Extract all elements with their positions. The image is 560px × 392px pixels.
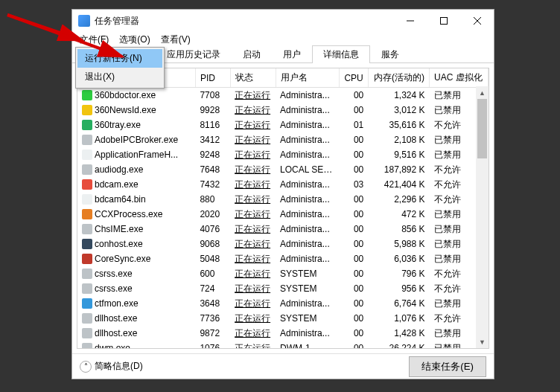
process-pid: 3412 [195,132,230,147]
process-status: 正在运行 [235,298,270,309]
process-name: AdobeIPCBroker.exe [95,135,178,145]
scrollbar-thumb[interactable] [477,99,487,158]
process-user: Administra... [276,251,339,266]
table-row[interactable]: conhost.exe9068正在运行Administra...005,988 … [77,237,489,251]
process-user: DWM-1 [276,341,339,348]
process-icon [82,298,92,309]
process-cpu: 03 [339,177,368,192]
table-row[interactable]: ApplicationFrameH...9248正在运行Administra..… [77,147,489,162]
process-name: conhost.exe [95,239,143,249]
process-status: 正在运行 [235,135,270,145]
process-name: csrss.exe [95,283,133,294]
tab-startup[interactable]: 启动 [232,45,272,63]
process-pid: 724 [195,281,230,296]
table-row[interactable]: dllhost.exe9872正在运行Administra...001,428 … [77,326,489,341]
process-status: 正在运行 [235,194,270,205]
tab-app-history[interactable]: 应用历史记录 [156,45,232,63]
col-pid[interactable]: PID [195,68,230,88]
end-task-button[interactable]: 结束任务(E) [409,356,486,377]
process-pid: 9872 [195,326,230,341]
footer: ˄ 简略信息(D) 结束任务(E) [72,353,494,379]
process-memory: 472 K [368,207,429,222]
col-user[interactable]: 用户名 [276,68,339,88]
table-row[interactable]: audiodg.exe7648正在运行LOCAL SER...00187,892… [77,162,489,177]
process-icon [82,150,92,160]
tab-users[interactable]: 用户 [272,45,312,63]
table-row[interactable]: AdobeIPCBroker.exe3412正在运行Administra...0… [77,132,489,147]
table-row[interactable]: ctfmon.exe3648正在运行Administra...006,764 K… [77,296,489,311]
process-cpu: 00 [339,207,368,222]
table-row[interactable]: 360tray.exe8116正在运行Administra...0135,616… [77,118,489,132]
process-cpu: 00 [339,251,368,266]
process-cpu: 01 [339,118,368,132]
process-status: 正在运行 [235,224,270,234]
table-row[interactable]: bdcam64.bin880正在运行Administra...002,296 K… [77,192,489,207]
fewer-details-label: 简略信息(D) [95,360,143,373]
col-status[interactable]: 状态 [230,68,276,88]
table-row[interactable]: csrss.exe600正在运行SYSTEM00796 K不允许 [77,266,489,281]
table-row[interactable]: dllhost.exe7736正在运行SYSTEM001,076 K不允许 [77,311,489,326]
process-status: 正在运行 [235,343,270,349]
process-status: 正在运行 [235,179,270,190]
process-status: 正在运行 [235,313,270,324]
process-name: bdcam64.bin [95,194,146,205]
maximize-button[interactable] [427,10,460,32]
table-row[interactable]: 360bdoctor.exe7708正在运行Administra...001,3… [77,88,489,103]
process-name: 360tray.exe [95,120,141,130]
process-cpu: 00 [339,237,368,251]
process-user: Administra... [276,222,339,237]
process-pid: 7648 [195,162,230,177]
scrollbar-down-button[interactable]: ▼ [476,335,489,348]
table-row[interactable]: bdcam.exe7432正在运行Administra...03421,404 … [77,177,489,192]
process-name: dllhost.exe [95,328,137,338]
menu-exit[interactable]: 退出(X) [77,68,162,86]
process-pid: 3648 [195,296,230,311]
col-memory[interactable]: 内存(活动的) [368,68,429,88]
process-name: csrss.exe [95,269,133,279]
process-cpu: 00 [339,88,368,103]
table-row[interactable]: CoreSync.exe5048正在运行Administra...006,036… [77,251,489,266]
process-pid: 7432 [195,177,230,192]
col-uac[interactable]: UAC 虚拟化 [430,68,489,88]
process-user: Administra... [276,192,339,207]
process-icon [82,105,92,115]
tab-services[interactable]: 服务 [370,45,410,63]
process-cpu: 00 [339,103,368,118]
process-name: audiodg.exe [95,164,143,175]
close-icon [474,17,481,25]
close-button[interactable] [460,10,494,32]
process-user: Administra... [276,207,339,222]
table-row[interactable]: dwm.exe1076正在运行DWM-10026,224 K已禁用 [77,341,489,348]
menu-run-new-task[interactable]: 运行新任务(N) [77,49,162,68]
process-icon [82,194,92,205]
table-row[interactable]: csrss.exe724正在运行SYSTEM00956 K不允许 [77,281,489,296]
process-pid: 1076 [195,341,230,348]
process-user: Administra... [276,103,339,118]
process-status: 正在运行 [235,239,270,249]
minimize-button[interactable] [393,10,427,32]
process-pid: 8116 [195,118,230,132]
process-status: 正在运行 [235,90,270,100]
process-user: LOCAL SER... [276,162,339,177]
titlebar: 任务管理器 [72,10,494,32]
scrollbar-up-button[interactable]: ▲ [476,86,489,99]
tab-details[interactable]: 详细信息 [312,45,370,63]
process-cpu: 00 [339,296,368,311]
process-icon [82,90,92,100]
table-row[interactable]: CCXProcess.exe2020正在运行Administra...00472… [77,207,489,222]
process-pid: 880 [195,192,230,207]
table-row[interactable]: 360NewsId.exe9928正在运行Administra...003,01… [77,103,489,118]
process-status: 正在运行 [235,283,270,294]
fewer-details-button[interactable]: ˄ 简略信息(D) [80,360,143,373]
svg-rect-3 [440,18,447,25]
process-pid: 5048 [195,251,230,266]
process-memory: 421,404 K [368,177,429,192]
col-cpu[interactable]: CPU [339,68,368,88]
process-icon [82,239,92,249]
process-icon [82,224,92,234]
app-icon [78,15,90,27]
vertical-scrollbar[interactable]: ▲ ▼ [476,86,489,348]
process-status: 正在运行 [235,164,270,175]
table-row[interactable]: ChsIME.exe4076正在运行Administra...00856 K已禁… [77,222,489,237]
process-name: bdcam.exe [95,179,139,190]
